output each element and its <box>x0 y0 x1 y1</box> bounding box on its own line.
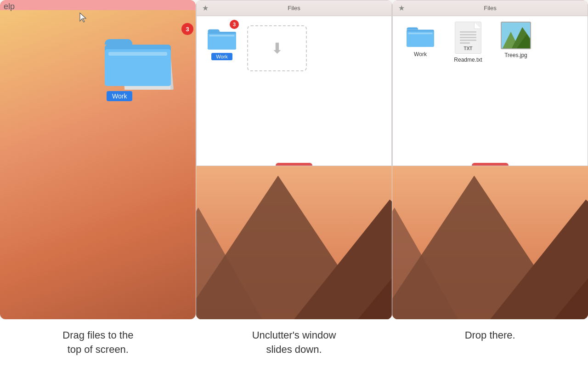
readme-file-label: Readme.txt <box>454 57 482 63</box>
finder-window-p2: ★ Files 3 Work <box>196 0 392 166</box>
svg-rect-14 <box>209 35 235 36</box>
folder-badge-p2: 3 <box>230 20 239 29</box>
drop-arrow-icon: ⬇ <box>271 40 283 57</box>
description-3: Drop there. <box>392 328 588 357</box>
finder-content-p2: 3 Work ⬇ <box>197 16 391 79</box>
description-1-line1: Drag files to the <box>62 329 133 341</box>
txt-label: TXT <box>464 46 473 51</box>
finder-window-p3: ★ Files Work <box>392 0 588 166</box>
finder-titlebar-p2: ★ Files <box>197 0 391 16</box>
description-2-line2: slides down. <box>266 344 322 355</box>
panel2-mountain <box>196 160 392 319</box>
work-label: Work <box>107 91 132 101</box>
trees-file-label: Trees.jpg <box>504 52 527 58</box>
finder-titlebar-p3: ★ Files <box>393 0 588 16</box>
close-bar-p3[interactable] <box>472 163 509 166</box>
panel1-desktop: elp 3 <box>0 0 196 319</box>
work-label-p2: Work <box>211 53 232 60</box>
description-1-line2: top of screen. <box>68 344 129 355</box>
svg-rect-23 <box>408 33 432 34</box>
svg-marker-0 <box>80 13 86 22</box>
panel-2: ★ Files 3 Work <box>196 0 392 319</box>
image-icon <box>501 22 531 49</box>
finder-star-p3: ★ <box>398 4 405 12</box>
folder-item-p2: 3 Work <box>206 23 238 60</box>
finder-star-icon: ★ <box>202 4 209 12</box>
panel3-mountain <box>392 160 588 319</box>
drop-zone: ⬇ <box>247 25 307 71</box>
descriptions-row: Drag files to the top of screen. Unclutt… <box>0 319 588 368</box>
panel-3: ★ Files Work <box>392 0 588 319</box>
description-2: Unclutter's window slides down. <box>196 328 392 357</box>
file-item-readme: TXT Readme.txt <box>450 22 486 63</box>
panel1-topbar <box>0 0 196 10</box>
finder-title-p2: Files <box>288 5 300 12</box>
badge-count: 3 <box>181 23 193 35</box>
txt-lines <box>460 30 476 45</box>
panel-1: elp 3 <box>0 0 196 319</box>
txt-icon: TXT <box>455 22 481 54</box>
description-2-line1: Unclutter's window <box>252 329 336 341</box>
description-3-line1: Drop there. <box>465 329 515 341</box>
finder-content-p3: Work TXT <box>393 16 588 69</box>
description-1: Drag files to the top of screen. <box>0 328 196 357</box>
file-item-trees: Trees.jpg <box>498 22 534 58</box>
close-bar-p2[interactable] <box>276 163 312 166</box>
panel1-elp-text: elp <box>4 2 15 12</box>
svg-rect-5 <box>108 52 167 56</box>
folder-icon <box>101 25 175 92</box>
cursor-icon <box>79 12 87 25</box>
file-item-work: Work <box>402 22 439 58</box>
work-file-label: Work <box>414 51 427 58</box>
finder-title-p3: Files <box>484 5 496 12</box>
